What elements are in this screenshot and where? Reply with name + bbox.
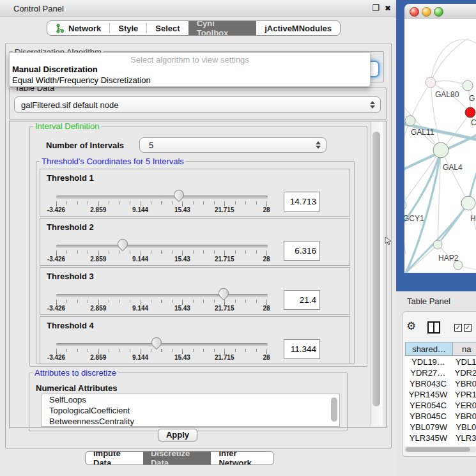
table-row[interactable]: YDL19…YDL1 xyxy=(405,357,476,367)
node-gcy1[interactable] xyxy=(404,200,406,210)
tab-select[interactable]: Select xyxy=(147,21,188,35)
slider-minor-ticks xyxy=(56,349,268,352)
node-label-gal4: GAL4 xyxy=(443,163,463,172)
threshold-1-label: Threshold 1 xyxy=(47,173,94,183)
threshold-3-slider-thumb[interactable] xyxy=(217,286,231,301)
tick-label: 9.144 xyxy=(132,206,148,213)
tick-label: 21.715 xyxy=(215,305,234,312)
table-row[interactable]: YER054CYER0 xyxy=(405,400,476,411)
threshold-4-slider-thumb[interactable] xyxy=(149,335,164,350)
node-gal11[interactable] xyxy=(405,116,415,126)
list-item-topologicalcoefficient[interactable]: TopologicalCoefficient xyxy=(42,405,339,416)
close-window-icon[interactable]: ✖ xyxy=(383,4,392,13)
screen: Control Panel ❐ ✖ Network Style Select C… xyxy=(0,0,476,476)
dropdown-option-equal-width[interactable]: Equal Width/Frequency Discretization xyxy=(12,75,368,86)
checkbox-icon[interactable]: ✓ xyxy=(454,324,462,332)
network-icon xyxy=(56,24,65,33)
table-row[interactable]: YIL052CYIL0 xyxy=(405,443,476,446)
interval-definition-group-label: Interval Definition xyxy=(33,121,101,131)
apply-button[interactable]: Apply xyxy=(158,429,197,441)
table-row[interactable]: YPR145WYPR1 xyxy=(405,389,476,400)
tab-infer-network[interactable]: Infer Network xyxy=(211,452,273,464)
node-label-h: H xyxy=(470,214,476,223)
threshold-2-slider-thumb[interactable] xyxy=(115,237,130,252)
tick-label: 2.859 xyxy=(90,256,106,263)
slider-minor-ticks xyxy=(56,201,268,204)
split-view-icon[interactable] xyxy=(427,321,440,334)
gear-icon[interactable]: ⚙ xyxy=(406,321,416,332)
threshold-3-label: Threshold 3 xyxy=(47,272,94,281)
tab-cyni-toolbox[interactable]: Cyni Toolbox xyxy=(188,21,257,35)
close-traffic-light-icon[interactable] xyxy=(410,7,419,17)
column-header-name[interactable]: na xyxy=(452,342,476,356)
algorithm-dropdown-popup: Select algorithm to view settings Manual… xyxy=(9,52,371,87)
threshold-3-value-field[interactable]: 21.4 xyxy=(284,290,320,310)
control-panel-titlebar: Control Panel xyxy=(0,0,396,17)
threshold-3-slider-track[interactable] xyxy=(56,294,268,297)
numerical-attributes-label: Numerical Attributes xyxy=(36,383,117,393)
column-header-shared[interactable]: shared… xyxy=(405,342,453,356)
list-item-betweennesscentrality[interactable]: BetweennessCentrality xyxy=(42,416,339,427)
horizontal-scrollbar-thumb[interactable] xyxy=(406,447,470,452)
node-label-g: G xyxy=(469,94,475,103)
list-item-selfloops[interactable]: SelfLoops xyxy=(42,394,339,405)
tick-label: 21.715 xyxy=(215,354,234,361)
tab-jactivemnodules[interactable]: jActiveMNodules xyxy=(256,21,340,35)
minimize-traffic-light-icon[interactable] xyxy=(422,7,431,17)
tab-discretize-data[interactable]: Discretize Data xyxy=(143,452,211,464)
node-gal80[interactable] xyxy=(426,77,436,88)
slider-minor-ticks xyxy=(56,300,268,303)
threshold-4-slider-track[interactable] xyxy=(56,343,268,346)
tick-label: 2.859 xyxy=(90,354,106,361)
node-hap2[interactable] xyxy=(433,240,442,249)
dropdown-hint-option[interactable]: Select algorithm to view settings xyxy=(10,55,370,65)
node-label-gcy1: GCY1 xyxy=(404,214,424,223)
threshold-4-label: Threshold 4 xyxy=(47,321,94,330)
spinner-arrows-icon xyxy=(315,141,320,149)
tick-label: -3.426 xyxy=(47,256,65,263)
table-row[interactable]: YBL079WYBL0 xyxy=(405,422,476,433)
node-h[interactable] xyxy=(461,196,475,210)
threshold-4-value-field[interactable]: 11.344 xyxy=(284,339,320,359)
threshold-1-slider-track[interactable] xyxy=(56,196,268,199)
number-of-intervals-spinner[interactable]: 5 xyxy=(139,137,326,153)
zoom-traffic-light-icon[interactable] xyxy=(434,7,443,17)
tick-label: 2.859 xyxy=(90,305,106,312)
threshold-4-row: Threshold 4 -3.426 2.859 9.144 15.43 21.… xyxy=(40,316,350,364)
node-label-gal80: GAL80 xyxy=(435,90,459,99)
network-canvas[interactable]: GAL80 G C GAL11 GAL4 GCY1 H HAP2 xyxy=(404,19,476,273)
horizontal-scrollbar[interactable] xyxy=(404,447,476,452)
table-row[interactable]: YDR27…YDR2 xyxy=(405,367,476,378)
vertical-scrollbar[interactable] xyxy=(370,121,383,426)
tab-network[interactable]: Network xyxy=(47,21,109,35)
top-tab-bar: Network Style Select Cyni Toolbox jActiv… xyxy=(47,20,341,36)
list-scrollbar-thumb[interactable] xyxy=(331,397,337,422)
tab-style[interactable]: Style xyxy=(110,21,146,35)
checkbox-icon[interactable]: ✓ xyxy=(464,324,472,332)
threshold-1-value-field[interactable]: 14.713 xyxy=(284,192,320,211)
float-window-icon[interactable]: ❐ xyxy=(371,4,380,13)
table-row[interactable]: YLR345WYLR3 xyxy=(405,433,476,443)
tick-label: 28 xyxy=(263,206,270,213)
table-row[interactable]: YBR045CYBR0 xyxy=(405,411,476,422)
vertical-scrollbar-thumb[interactable] xyxy=(372,132,380,406)
threshold-2-value-field[interactable]: 6.316 xyxy=(284,241,320,261)
node-label-gal11: GAL11 xyxy=(411,128,434,137)
tick-label: 28 xyxy=(263,256,270,263)
tick-label: 2.859 xyxy=(90,206,106,213)
dropdown-option-manual-discretization[interactable]: Manual Discretization xyxy=(12,65,368,75)
table-panel-title: Table Panel xyxy=(407,296,450,306)
tick-label: 15.43 xyxy=(174,206,190,213)
threshold-1-slider-thumb[interactable] xyxy=(172,188,187,203)
tab-impute-data[interactable]: Impute Data xyxy=(86,452,143,464)
node-red-selected[interactable] xyxy=(465,107,475,118)
node-label-hap2: HAP2 xyxy=(438,254,459,263)
node-g[interactable] xyxy=(463,81,473,91)
table-data-combobox[interactable]: galFiltered.sif default node xyxy=(14,96,381,113)
node-gal4[interactable] xyxy=(433,142,449,158)
threshold-2-label: Threshold 2 xyxy=(47,222,94,232)
tick-label: 9.144 xyxy=(132,256,148,263)
threshold-2-slider-track[interactable] xyxy=(56,245,268,248)
table-row[interactable]: YBR043CYBR0 xyxy=(405,378,476,389)
thresholds-group-label: Threshold's Coordinates for 5 Intervals xyxy=(40,157,186,166)
